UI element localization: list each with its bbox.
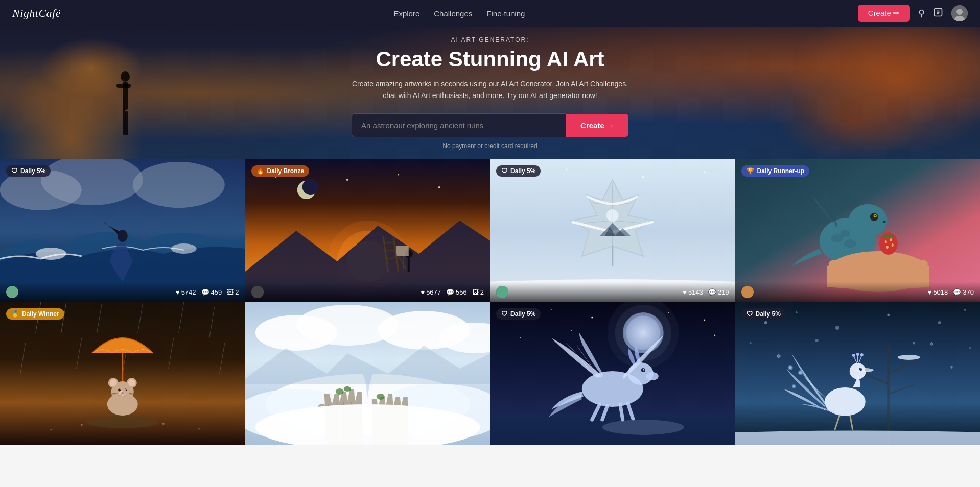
svg-point-128	[591, 317, 593, 319]
card-stats-1: ♥ 5742 💬 459 🖼 2	[176, 288, 239, 296]
header: NightCafé Explore Challenges Fine-tuning…	[0, 0, 980, 27]
svg-point-138	[602, 420, 684, 435]
badge-4: 🏆 Daily Runner-up	[741, 165, 810, 177]
gallery-item-4[interactable]: 🏆 Daily Runner-up ♥ 5018 💬 370	[735, 159, 981, 302]
svg-point-152	[887, 314, 890, 316]
stat-images-2: 🖼 2	[472, 288, 484, 296]
badge-label-8: Daily 5%	[756, 310, 781, 318]
main-nav: Explore Challenges Fine-tuning	[393, 9, 525, 18]
card-avatar-3	[496, 286, 508, 298]
svg-point-130	[704, 320, 705, 321]
stat-likes-4: ♥ 5018	[928, 288, 948, 296]
svg-text:❄: ❄	[776, 353, 781, 360]
gallery-item-7[interactable]: 🛡 Daily 5%	[490, 302, 735, 445]
notifications-button[interactable]	[933, 7, 943, 20]
svg-point-121	[335, 388, 343, 395]
gallery-item-3[interactable]: 🛡 Daily 5% ♥ 5143 💬 219	[490, 159, 735, 302]
prompt-input[interactable]	[352, 113, 566, 137]
badge-icon-8: 🛡	[746, 310, 753, 318]
svg-point-104	[87, 416, 158, 428]
svg-point-93	[128, 379, 135, 386]
stat-comments-3: 💬 219	[708, 288, 729, 296]
svg-text:❄: ❄	[929, 341, 933, 347]
badge-icon-1: 🛡	[11, 167, 17, 175]
svg-point-40	[251, 286, 264, 298]
gallery-item-6[interactable]	[245, 302, 491, 445]
svg-point-132	[571, 330, 572, 331]
svg-point-141	[646, 372, 659, 380]
badge-icon-4: 🏆	[746, 167, 754, 175]
svg-point-169	[849, 363, 866, 379]
svg-point-71	[890, 238, 892, 241]
search-icon: ⚲	[918, 8, 925, 19]
svg-point-44	[642, 176, 644, 178]
svg-point-66	[838, 257, 851, 265]
svg-rect-11	[125, 111, 128, 135]
svg-point-58	[844, 239, 856, 248]
svg-point-72	[886, 246, 888, 249]
svg-point-108	[198, 428, 200, 430]
svg-point-123	[376, 394, 384, 400]
svg-point-173	[856, 353, 859, 356]
svg-point-43	[566, 169, 567, 171]
stat-likes-3: ♥ 5143	[683, 288, 703, 296]
svg-point-106	[162, 423, 165, 425]
svg-point-133	[714, 335, 715, 336]
svg-point-62	[874, 215, 876, 217]
card-footer-3: ♥ 5143 💬 219	[490, 282, 735, 302]
gallery-item-2[interactable]: 🔥 Daily Bronze ♥ 5677 💬 556 🖼 2	[245, 159, 491, 302]
svg-point-151	[835, 326, 839, 330]
svg-point-26	[346, 179, 348, 181]
svg-point-150	[795, 311, 797, 313]
svg-point-95	[118, 389, 121, 392]
card-footer-1: ♥ 5742 💬 459 🖼 2	[0, 282, 245, 302]
svg-point-18	[171, 243, 197, 254]
header-create-button[interactable]: Create ✏	[858, 5, 910, 22]
svg-point-15	[133, 162, 225, 208]
svg-point-28	[438, 186, 440, 188]
svg-point-7	[121, 71, 130, 82]
badge-8: 🛡 Daily 5%	[741, 308, 786, 320]
badge-label-4: Daily Runner-up	[757, 167, 805, 175]
svg-point-181	[788, 366, 791, 369]
svg-point-45	[704, 172, 705, 173]
card-stats-4: ♥ 5018 💬 370	[928, 288, 974, 296]
badge-icon-3: 🛡	[501, 167, 507, 175]
nav-explore[interactable]: Explore	[393, 9, 419, 18]
svg-point-74	[741, 286, 754, 298]
nav-fine-tuning[interactable]: Fine-tuning	[486, 9, 525, 18]
svg-point-131	[520, 337, 521, 338]
badge-icon-7: 🛡	[501, 310, 507, 318]
nav-actions: Create ✏ ⚲	[858, 5, 968, 22]
svg-point-171	[852, 354, 855, 357]
svg-point-149	[764, 321, 767, 324]
badge-3: 🛡 Daily 5%	[496, 165, 541, 177]
stat-comments-1: 💬 459	[201, 288, 222, 296]
card-avatar-1	[6, 286, 18, 298]
badge-label-5: Daily Winner	[22, 310, 59, 318]
svg-rect-10	[123, 109, 125, 135]
gallery-item-5[interactable]: 🥇 Daily Winner	[0, 302, 245, 445]
hero-section: AI ART GENERATOR: Create Stunning AI Art…	[0, 27, 980, 159]
badge-icon-5: 🥇	[11, 310, 19, 318]
svg-text:❄: ❄	[949, 365, 953, 370]
svg-point-17	[36, 248, 66, 260]
svg-point-176	[859, 368, 862, 371]
stat-comments-2: 💬 556	[446, 288, 467, 296]
user-avatar[interactable]	[951, 5, 968, 21]
svg-point-156	[815, 339, 818, 342]
logo[interactable]: NightCafé	[12, 7, 61, 20]
card-avatar-4	[741, 286, 754, 298]
gallery-item-8[interactable]: ❄ ❄ ❄	[735, 302, 981, 445]
nav-challenges[interactable]: Challenges	[434, 9, 472, 18]
badge-2: 🔥 Daily Bronze	[251, 165, 310, 177]
search-button[interactable]: ⚲	[918, 8, 925, 19]
gallery-item-1[interactable]: 🛡 Daily 5% ♥ 5742 💬 459 🖼 2	[0, 159, 245, 302]
badge-label-7: Daily 5%	[510, 310, 535, 318]
hero-title: Create Stunning AI Art	[347, 47, 633, 71]
svg-point-107	[50, 429, 52, 431]
svg-point-51	[606, 209, 619, 222]
svg-point-99	[121, 392, 124, 394]
svg-point-157	[913, 342, 915, 345]
hero-create-button[interactable]: Create →	[566, 114, 628, 137]
